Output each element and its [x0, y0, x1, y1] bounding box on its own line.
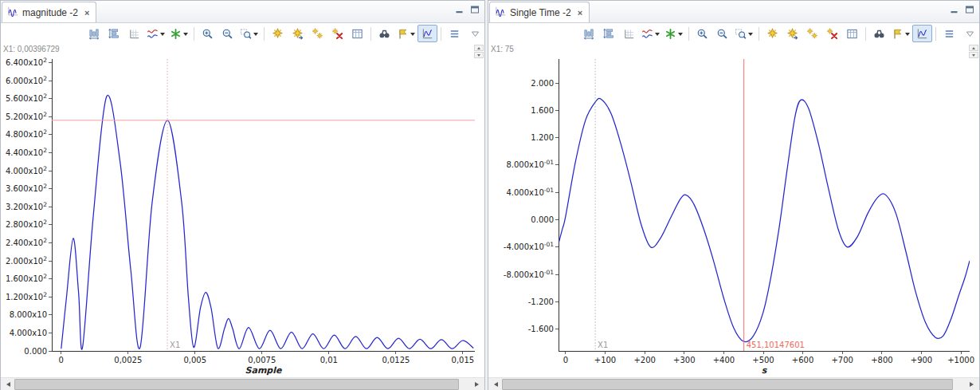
maximize-view-button[interactable] — [468, 4, 481, 15]
show-legend-button[interactable] — [445, 25, 465, 42]
toolbar-separator — [759, 27, 759, 41]
tab-title: Single Time -2 — [510, 7, 571, 18]
cursor-label: 451,10147601 — [747, 341, 805, 349]
y-tick-label: 4.400x102 — [6, 147, 47, 157]
dropdown-arrow-icon[interactable] — [160, 33, 165, 38]
y-tick-label: 2.800x102 — [6, 219, 47, 229]
chart-canvas[interactable]: 2.0001.6001.2008.000x10-014.000x10-010.0… — [488, 54, 979, 377]
scroll-left-button[interactable] — [488, 378, 501, 390]
adjust-time-axis-button[interactable] — [579, 25, 599, 42]
x-tick-label: +600 — [792, 356, 813, 364]
adjust-value-axis-button[interactable] — [599, 25, 619, 42]
x-tick-label: +1000 — [947, 356, 974, 364]
x-axis-title: Sample — [245, 365, 283, 376]
tab-bar: magnitude -2 × — [1, 1, 484, 23]
x-tick-label: +500 — [752, 356, 774, 364]
chart-canvas[interactable]: 6.400x1026.000x1025.600x1025.200x1024.80… — [1, 54, 484, 377]
add-cursor-button[interactable] — [268, 25, 288, 42]
scrollbar-track[interactable] — [501, 378, 966, 390]
toolbar-separator — [688, 27, 689, 41]
close-icon[interactable]: × — [578, 8, 582, 18]
zoom-out-button[interactable] — [218, 25, 237, 42]
vertical-scrollbar — [474, 45, 484, 58]
show-data-table-button[interactable] — [842, 25, 862, 42]
axis-settings-button[interactable] — [619, 25, 639, 42]
dropdown-arrow-icon[interactable] — [253, 33, 258, 38]
show-legend-button[interactable] — [939, 25, 959, 42]
go-to-marker-button[interactable] — [889, 25, 912, 42]
scrollbar-track[interactable] — [14, 378, 472, 390]
scrollbar-thumb[interactable] — [14, 379, 459, 390]
toggle-crosshair-button[interactable] — [912, 25, 932, 42]
adjust-value-axis-button[interactable] — [104, 25, 124, 42]
adjust-time-axis-button[interactable] — [84, 25, 104, 42]
toolbar-separator — [935, 27, 936, 41]
y-tick-label: 8.000x10-01 — [506, 159, 554, 169]
view-window-buttons — [453, 4, 481, 15]
search-button[interactable] — [374, 25, 394, 42]
dropdown-arrow-icon[interactable] — [748, 33, 753, 38]
show-data-table-button[interactable] — [347, 25, 367, 42]
scroll-down-button[interactable] — [474, 52, 484, 58]
x-tick-label: 0,0025 — [114, 356, 142, 364]
add-cursor-button[interactable] — [762, 25, 782, 42]
minimize-view-button[interactable] — [453, 4, 466, 15]
couple-cursors-button[interactable] — [308, 25, 327, 42]
scroll-up-button[interactable] — [969, 45, 978, 51]
close-icon[interactable]: × — [84, 8, 89, 18]
dropdown-arrow-icon[interactable] — [183, 33, 188, 38]
zoom-selection-button[interactable] — [732, 25, 755, 42]
tab-single-time[interactable]: Single Time -2 × — [489, 2, 590, 22]
go-to-marker-button[interactable] — [394, 25, 417, 42]
dropdown-arrow-icon[interactable] — [655, 33, 660, 38]
y-tick-label: 2.400x102 — [6, 237, 47, 247]
series-format-button[interactable] — [639, 25, 662, 42]
zoom-selection-button[interactable] — [237, 25, 261, 42]
scroll-right-button[interactable] — [966, 378, 979, 390]
y-tick-label: 5.200x102 — [6, 111, 47, 121]
axis-lines — [52, 59, 475, 351]
cursor-readout-bar: X1: 75 — [488, 44, 979, 54]
remove-cursors-button[interactable] — [327, 25, 347, 42]
toolbar-separator — [264, 27, 265, 41]
add-series-button[interactable] — [662, 25, 685, 42]
toolbar-separator — [370, 27, 371, 41]
y-tick-label: 3.200x102 — [6, 201, 47, 211]
zoom-in-button[interactable] — [198, 25, 218, 42]
series-line — [61, 95, 474, 349]
x-tick-label: 0,0125 — [382, 356, 410, 364]
y-tick-label: 6.000x102 — [6, 75, 47, 85]
series-format-button[interactable] — [144, 25, 167, 42]
dropdown-arrow-icon[interactable] — [678, 33, 683, 38]
maximize-view-button[interactable] — [963, 4, 976, 15]
move-cursor-button[interactable] — [288, 25, 308, 42]
dropdown-arrow-icon[interactable] — [905, 33, 910, 38]
tab-magnitude[interactable]: magnitude -2 × — [2, 2, 96, 22]
view-menu-button[interactable] — [966, 30, 974, 37]
view-menu-button[interactable] — [471, 30, 480, 37]
zoom-in-button[interactable] — [692, 25, 712, 42]
scroll-up-button[interactable] — [474, 45, 484, 51]
waveform-icon — [7, 6, 19, 19]
add-series-button[interactable] — [167, 25, 190, 42]
x-tick-label: +800 — [871, 356, 892, 364]
axis-settings-button[interactable] — [124, 25, 144, 42]
move-cursor-button[interactable] — [782, 25, 802, 42]
couple-cursors-button[interactable] — [802, 25, 822, 42]
scroll-down-button[interactable] — [969, 52, 978, 58]
remove-cursors-button[interactable] — [822, 25, 842, 42]
scroll-right-button[interactable] — [472, 378, 484, 390]
y-tick-label: -1.200 — [528, 297, 554, 306]
horizontal-scrollbar — [488, 377, 979, 390]
minimize-view-button[interactable] — [948, 4, 961, 15]
waveform-icon — [495, 6, 507, 19]
zoom-out-button[interactable] — [712, 25, 732, 42]
toolbar-separator — [865, 27, 866, 41]
scrollbar-thumb[interactable] — [502, 379, 953, 390]
toggle-crosshair-button[interactable] — [417, 25, 437, 42]
view-toolbar — [1, 23, 484, 44]
dropdown-arrow-icon[interactable] — [410, 33, 415, 38]
y-tick-label: 1.600 — [531, 106, 554, 115]
search-button[interactable] — [869, 25, 889, 42]
scroll-left-button[interactable] — [1, 378, 14, 390]
